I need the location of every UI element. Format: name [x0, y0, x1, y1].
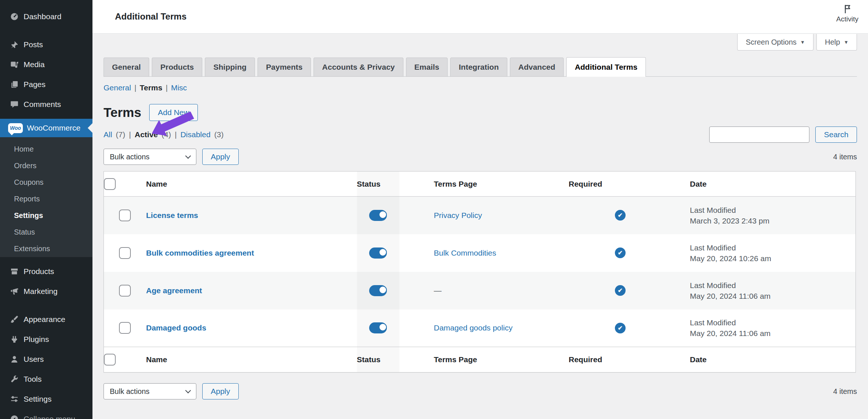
sidebar-item-label: Users: [24, 355, 44, 364]
row-checkbox[interactable]: [119, 285, 131, 297]
row-checkbox[interactable]: [119, 210, 131, 221]
tab-payments[interactable]: Payments: [258, 58, 311, 76]
sidebar-item-media[interactable]: Media: [0, 55, 92, 75]
submenu-item-settings[interactable]: Settings: [0, 207, 92, 224]
sidebar-item-users[interactable]: Users: [0, 349, 92, 369]
status-toggle-on[interactable]: [369, 210, 387, 221]
tab-accounts-privacy[interactable]: Accounts & Privacy: [314, 58, 403, 76]
woocommerce-logo-icon: Woo: [8, 123, 23, 133]
filter-separator: |: [129, 130, 131, 139]
sidebar-collapse-menu[interactable]: Collapse menu: [0, 409, 92, 419]
sidebar-item-label: Dashboard: [24, 12, 62, 21]
tab-general[interactable]: General: [104, 58, 149, 76]
sidebar-item-posts[interactable]: Posts: [0, 35, 92, 55]
terms-page-link[interactable]: Privacy Policy: [434, 211, 482, 219]
sidebar-item-comments[interactable]: Comments: [0, 94, 92, 114]
sidebar-item-appearance[interactable]: Appearance: [0, 309, 92, 329]
items-count: 4 items: [833, 387, 857, 396]
terms-page-link[interactable]: Bulk Commodities: [434, 249, 496, 257]
date-value: May 20, 2024 11:06 am: [690, 328, 856, 339]
select-all-checkbox[interactable]: [104, 178, 116, 190]
table-row: Damaged goods Damaged goods policy ✔ Las…: [104, 309, 856, 347]
terms-page-link[interactable]: Damaged goods policy: [434, 323, 513, 332]
brush-icon: [10, 315, 19, 324]
sidebar-item-plugins[interactable]: Plugins: [0, 329, 92, 349]
help-button[interactable]: Help ▼: [816, 34, 857, 51]
tab-additional-terms[interactable]: Additional Terms: [566, 57, 646, 77]
sidebar-item-products[interactable]: Products: [0, 262, 92, 281]
screen-options-button[interactable]: Screen Options ▼: [737, 34, 813, 51]
column-footer-terms-page: Terms Page: [399, 347, 569, 373]
table-row: License terms Privacy Policy ✔ Last Modi…: [104, 197, 856, 234]
bulk-actions-select[interactable]: Bulk actions: [104, 149, 196, 165]
table-footer-row: Name Status Terms Page Required Date: [104, 347, 856, 373]
date-label: Last Modified: [690, 317, 856, 328]
term-name-link[interactable]: License terms: [146, 211, 198, 219]
terms-heading-row: Terms Add New: [104, 104, 857, 121]
subnav-link-misc[interactable]: Misc: [171, 83, 187, 92]
collapse-icon: [10, 414, 19, 419]
search-button[interactable]: Search: [815, 127, 857, 143]
comment-icon: [10, 100, 19, 109]
flag-icon: [842, 4, 853, 14]
tab-shipping[interactable]: Shipping: [205, 58, 255, 76]
tab-advanced[interactable]: Advanced: [510, 58, 564, 76]
submenu-item-extensions[interactable]: Extensions: [0, 240, 92, 257]
column-footer-name: Name: [146, 347, 357, 373]
status-toggle-on[interactable]: [369, 322, 387, 333]
sidebar-separator: [0, 114, 92, 119]
caret-down-icon: ▼: [800, 39, 805, 45]
submenu-item-status[interactable]: Status: [0, 224, 92, 240]
subnav-current-terms[interactable]: Terms: [140, 83, 162, 92]
row-checkbox[interactable]: [119, 322, 131, 334]
bulk-actions-row-top: Bulk actions Apply 4 items: [104, 149, 857, 165]
column-header-status: Status: [357, 172, 399, 197]
tab-emails[interactable]: Emails: [406, 58, 448, 76]
sidebar-item-label: Plugins: [24, 335, 49, 344]
woocommerce-admin-page: Dashboard Posts Media Pages Comments: [0, 0, 868, 419]
sidebar-item-marketing[interactable]: Marketing: [0, 281, 92, 301]
table-row: Age agreement — ✔ Last Modified May 20, …: [104, 272, 856, 309]
search-box: Search: [709, 127, 857, 143]
sidebar-item-dashboard[interactable]: Dashboard: [0, 7, 92, 27]
filter-disabled-link[interactable]: Disabled: [181, 130, 211, 139]
sidebar-item-label: Collapse menu: [24, 415, 75, 419]
filter-separator: |: [175, 130, 176, 139]
tab-products[interactable]: Products: [152, 58, 202, 76]
activity-button[interactable]: Activity: [836, 4, 858, 23]
status-toggle-on[interactable]: [369, 247, 387, 259]
submenu-item-orders[interactable]: Orders: [0, 157, 92, 174]
wrench-icon: [10, 374, 19, 384]
apply-button[interactable]: Apply: [202, 149, 239, 165]
term-name-link[interactable]: Damaged goods: [146, 323, 206, 332]
bulk-actions-select[interactable]: Bulk actions: [104, 383, 196, 399]
submenu-item-reports[interactable]: Reports: [0, 191, 92, 207]
add-new-button[interactable]: Add New: [149, 104, 197, 121]
date-label: Last Modified: [690, 205, 856, 215]
apply-button[interactable]: Apply: [202, 383, 239, 399]
sidebar-item-settings[interactable]: Settings: [0, 389, 92, 409]
sidebar-item-tools[interactable]: Tools: [0, 369, 92, 389]
sidebar-item-woocommerce[interactable]: Woo WooCommerce: [0, 119, 92, 137]
row-checkbox[interactable]: [119, 247, 131, 259]
sidebar-item-label: Media: [24, 60, 45, 69]
status-toggle-on[interactable]: [369, 285, 387, 296]
subnav-link-general[interactable]: General: [104, 83, 131, 92]
submenu-item-coupons[interactable]: Coupons: [0, 174, 92, 191]
date-value: May 20, 2024 11:06 am: [690, 291, 856, 301]
search-input[interactable]: [709, 127, 809, 143]
select-all-checkbox[interactable]: [104, 354, 116, 366]
table-row: Bulk commodities agreement Bulk Commodit…: [104, 234, 856, 272]
filter-all-link[interactable]: All: [104, 130, 112, 139]
term-name-link[interactable]: Bulk commodities agreement: [146, 249, 254, 257]
sidebar-item-pages[interactable]: Pages: [0, 75, 92, 94]
tab-integration[interactable]: Integration: [450, 58, 507, 76]
column-header-required: Required: [569, 172, 672, 197]
term-name-link[interactable]: Age agreement: [146, 286, 202, 295]
plug-icon: [10, 335, 19, 344]
filter-active-link[interactable]: Active: [134, 130, 158, 139]
submenu-item-home[interactable]: Home: [0, 141, 92, 157]
plugin-topbar: Additional Terms Activity: [92, 0, 868, 34]
pages-icon: [10, 80, 19, 89]
sidebar-separator: [0, 27, 92, 35]
